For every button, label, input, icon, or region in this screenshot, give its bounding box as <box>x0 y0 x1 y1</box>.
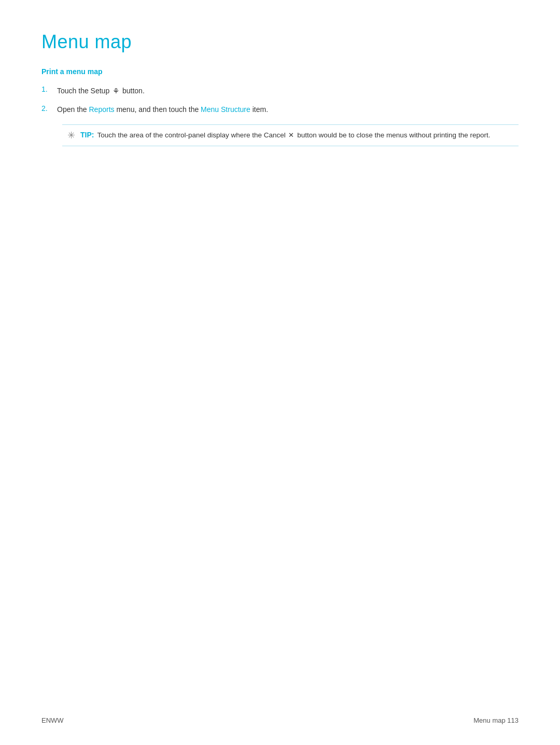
tip-text-before: Touch the area of the control-panel disp… <box>97 131 287 139</box>
tip-lightbulb-icon: ✳ <box>67 131 75 140</box>
tip-content: TIP: Touch the area of the control-panel… <box>80 130 490 140</box>
cancel-icon: ✕ <box>288 130 294 140</box>
steps-list: 1. Touch the Setup ⚘ button. 2. Open the… <box>41 85 519 115</box>
step-2-text: Open the Reports menu, and then touch th… <box>57 104 268 115</box>
tip-icon-wrapper: ✳ <box>67 131 75 140</box>
step-1-text-before: Touch the Setup <box>57 87 111 95</box>
menu-structure-link[interactable]: Menu Structure <box>201 105 250 114</box>
tip-line: TIP: Touch the area of the control-panel… <box>80 130 490 140</box>
page-container: Menu map Print a menu map 1. Touch the S… <box>0 0 560 188</box>
reports-link[interactable]: Reports <box>89 105 115 114</box>
footer-left: ENWW <box>41 716 64 724</box>
step-2-number: 2. <box>41 104 57 113</box>
section-heading: Print a menu map <box>41 67 519 76</box>
page-title: Menu map <box>41 31 519 53</box>
tip-label: TIP: <box>80 131 94 139</box>
tip-text-after: button would be to close the menus witho… <box>295 131 490 139</box>
step-1-text-after: button. <box>120 87 145 95</box>
setup-icon: ⚘ <box>113 86 119 97</box>
tip-text: Touch the area of the control-panel disp… <box>97 130 490 140</box>
footer-right: Menu map 113 <box>473 716 519 724</box>
step-2-text-after: item. <box>250 105 268 114</box>
step-1: 1. Touch the Setup ⚘ button. <box>41 85 519 97</box>
step-2-text-before: Open the <box>57 105 89 114</box>
tip-box: ✳ TIP: Touch the area of the control-pan… <box>62 124 519 146</box>
step-1-number: 1. <box>41 85 57 93</box>
step-1-text: Touch the Setup ⚘ button. <box>57 85 145 97</box>
step-2-text-middle: menu, and then touch the <box>115 105 201 114</box>
page-footer: ENWW Menu map 113 <box>41 716 519 724</box>
step-2: 2. Open the Reports menu, and then touch… <box>41 104 519 115</box>
